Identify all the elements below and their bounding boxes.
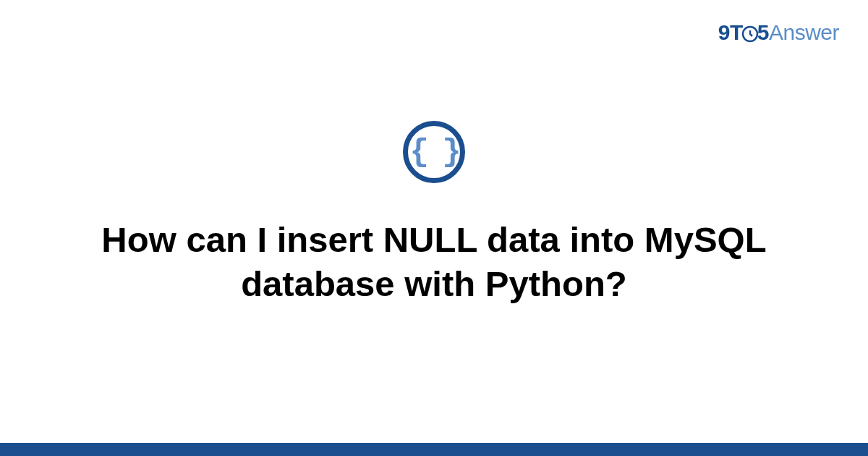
main-content: { } How can I insert NULL data into MySQ… bbox=[0, 0, 868, 456]
footer-bar bbox=[0, 443, 868, 456]
category-icon-circle: { } bbox=[403, 121, 465, 183]
code-braces-icon: { } bbox=[409, 134, 458, 170]
question-title: How can I insert NULL data into MySQL da… bbox=[72, 218, 796, 307]
